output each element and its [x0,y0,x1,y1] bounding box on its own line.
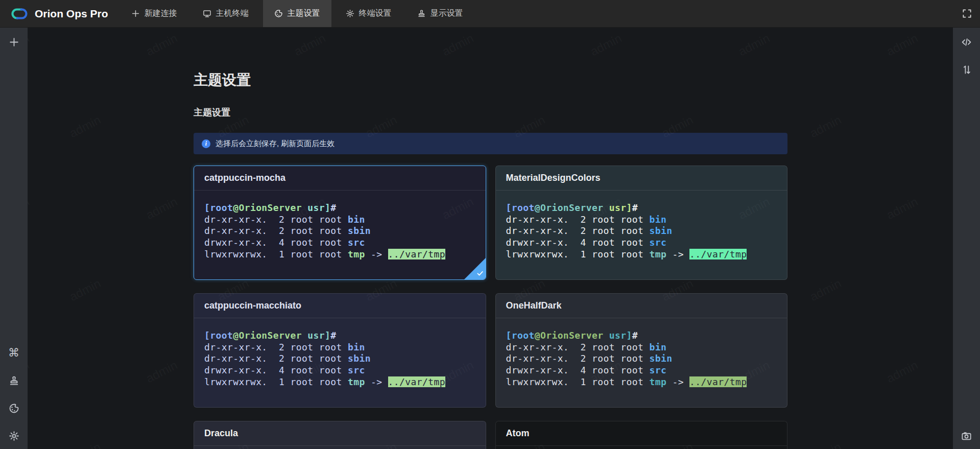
camera-icon [961,431,972,441]
info-icon: i [202,139,210,148]
prompt-user: [root [506,202,535,213]
file-permissions: drwxr-xr-x. 4 root root [506,365,650,375]
prompt-user: [root [204,330,233,341]
theme-name: OneHalfDark [506,300,562,311]
tab-label: 主机终端 [216,8,249,19]
rail-plus-button[interactable] [7,35,21,49]
navbar-tabs: 新建连接 主机终端 主题设置 终端设置 显示设置 [118,0,476,27]
terminal-line: dr-xr-xr-x. 2 root root sbin [204,353,475,365]
file-permissions: dr-xr-xr-x. 2 root root [506,214,650,225]
file-name: tmp [348,376,365,387]
theme-name: MaterialDesignColors [506,173,601,183]
watermark-text: admin [28,358,32,386]
theme-card-OneHalfDark[interactable]: OneHalfDark [root@OrionServer usr]#dr-xr… [495,293,788,408]
theme-card-Atom[interactable]: Atom [root@OrionServer usr]#dr-xr-xr-x. … [495,421,788,449]
prompt-host: @OrionServer [233,202,302,213]
theme-grid: catppuccin-mocha [root@OrionServer usr]#… [194,166,787,449]
file-permissions: lrwxrwxrwx. 1 root root [506,249,650,259]
theme-card-catppuccin-mocha[interactable]: catppuccin-mocha [root@OrionServer usr]#… [194,166,486,280]
plus-icon [131,9,140,18]
tab-new-connection[interactable]: 新建连接 [120,0,188,27]
rail-sort-order-button[interactable] [960,62,974,77]
terminal-line: drwxr-xr-x. 4 root root src [204,237,475,249]
app-title: Orion Ops Pro [35,8,108,20]
watermark-text: admin [28,31,32,59]
file-name: bin [348,342,365,352]
tab-terminal-settings[interactable]: 终端设置 [334,0,403,27]
theme-card-header: catppuccin-macchiato [194,294,486,318]
theme-card-MaterialDesignColors[interactable]: MaterialDesignColors [root@OrionServer u… [495,166,788,280]
terminal-prompt-line: [root@OrionServer usr]# [506,202,777,214]
symlink-target: ../var/tmp [689,376,747,387]
theme-name: catppuccin-macchiato [204,300,301,311]
theme-card-header: MaterialDesignColors [496,166,787,191]
gear-icon [9,431,19,441]
terminal-line: dr-xr-xr-x. 2 root root bin [204,342,475,353]
info-alert-text: 选择后会立刻保存, 刷新页面后生效 [216,139,334,149]
terminal-prompt-line: [root@OrionServer usr]# [204,202,475,214]
tab-host-terminal[interactable]: 主机终端 [192,0,260,27]
file-permissions: drwxr-xr-x. 4 root root [506,237,650,248]
terminal-preview: [root@OrionServer usr]#dr-xr-xr-x. 2 roo… [496,446,787,449]
theme-card-Dracula[interactable]: Dracula [root@OrionServer usr]#dr-xr-xr-… [194,421,486,449]
tab-label: 终端设置 [359,8,392,19]
fullscreen-button[interactable] [962,9,972,18]
terminal-line: drwxr-xr-x. 4 root root src [506,365,777,376]
plus-icon [9,37,19,48]
tab-label: 主题设置 [288,8,320,19]
watermark-text: admin [28,195,32,223]
terminal-line: drwxr-xr-x. 4 root root src [204,365,475,376]
rail-command-button[interactable]: ⌘ [7,346,21,360]
gear-icon [346,9,354,18]
terminal-prompt-line: [root@OrionServer usr]# [204,330,475,342]
tab-display-settings[interactable]: 显示设置 [406,0,474,27]
file-permissions: dr-xr-xr-x. 2 root root [204,342,348,352]
file-name: bin [649,214,666,225]
top-navbar: Orion Ops Pro 新建连接 主机终端 主题设置 终端设置 显示设置 [0,0,980,28]
symlink-target: ../var/tmp [388,376,445,387]
fullscreen-icon [962,9,972,18]
prompt-path: usr] [302,330,330,341]
tab-label: 显示设置 [431,8,463,19]
terminal-line: dr-xr-xr-x. 2 root root sbin [506,353,777,365]
symlink-arrow: -> [365,376,388,387]
watermark-text: admin [884,358,920,386]
terminal-preview: [root@OrionServer usr]#dr-xr-xr-x. 2 roo… [194,446,486,449]
prompt-hash: # [330,330,336,341]
left-toolbar: ⌘ [0,28,28,449]
theme-card-catppuccin-macchiato[interactable]: catppuccin-macchiato [root@OrionServer u… [194,293,486,408]
rail-code-button[interactable] [960,35,974,49]
stamp-icon [417,9,426,18]
file-permissions: dr-xr-xr-x. 2 root root [204,353,348,364]
watermark-text: admin [67,276,103,304]
rail-gear-button[interactable] [7,429,21,443]
symlink-arrow: -> [365,249,388,259]
rail-palette-button[interactable] [7,401,21,415]
theme-card-header: OneHalfDark [496,294,787,318]
rail-stamp-button[interactable] [7,373,21,388]
theme-name: catppuccin-mocha [204,173,285,183]
app-brand: Orion Ops Pro [0,0,118,27]
theme-name: Atom [506,428,530,439]
watermark-text: admin [884,31,920,59]
rail-camera-button[interactable] [960,429,974,443]
watermark-text: admin [67,113,103,141]
file-name: sbin [649,225,672,236]
tab-theme-settings[interactable]: 主题设置 [263,0,331,27]
watermark-text: admin [67,440,103,449]
navbar-right [962,0,980,27]
file-name: tmp [348,249,365,259]
info-alert: i 选择后会立刻保存, 刷新页面后生效 [194,133,787,154]
prompt-host: @OrionServer [233,330,302,341]
file-name: tmp [649,376,666,387]
file-permissions: lrwxrwxrwx. 1 root root [204,376,348,387]
file-permissions: dr-xr-xr-x. 2 root root [506,225,650,236]
terminal-line: lrwxrwxrwx. 1 root root tmp -> ../var/tm… [204,249,475,261]
code-icon [961,37,972,48]
terminal-preview: [root@OrionServer usr]#dr-xr-xr-x. 2 roo… [194,191,486,261]
main-area: adminadminadminadminadminadminadminadmin… [28,28,953,449]
file-name: bin [348,214,365,225]
terminal-prompt-line: [root@OrionServer usr]# [506,330,777,342]
terminal-preview: [root@OrionServer usr]#dr-xr-xr-x. 2 roo… [194,318,486,388]
file-permissions: dr-xr-xr-x. 2 root root [204,225,348,236]
